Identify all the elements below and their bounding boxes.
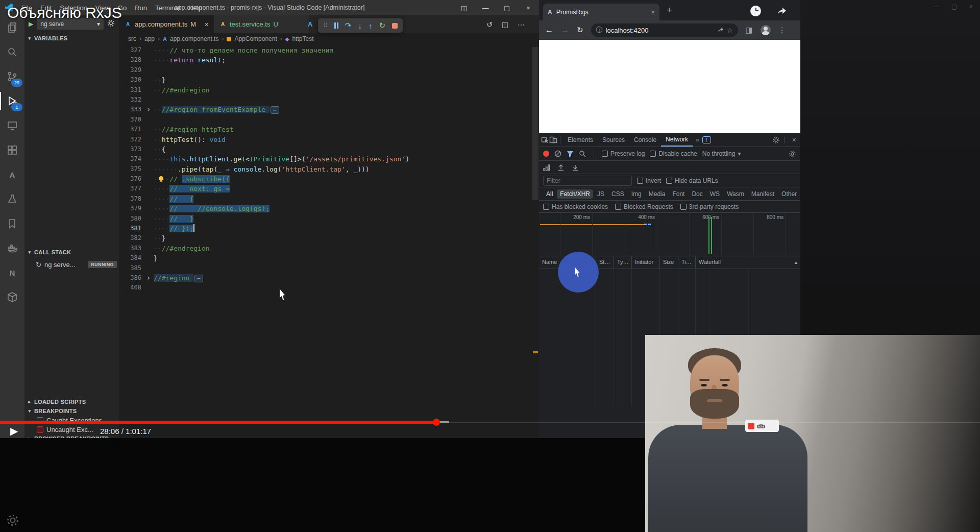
close-icon[interactable]: × [969,3,973,10]
disable-cache-toggle[interactable]: Disable cache [650,150,697,157]
tab-console[interactable]: Console [629,133,661,147]
code-line[interactable]: 373··{ [119,144,531,154]
tab-elements[interactable]: Elements [563,133,598,147]
line-number[interactable]: 372 [119,135,143,144]
tab-network[interactable]: Network [661,133,693,147]
checkbox[interactable] [650,151,656,157]
breadcrumb-src[interactable]: src [128,35,136,42]
url-text[interactable]: localhost:4200 [606,27,714,34]
code-line[interactable]: 376····// .subscribe({ [119,174,531,184]
code-line[interactable]: 381····// }); [119,224,531,233]
line-number[interactable]: 331 [119,85,143,95]
code-line[interactable]: 375······.pipe(tap(_ ⇒ console.log('http… [119,164,531,174]
devtools-kebab-icon[interactable]: ⋮ [780,136,790,143]
code-line[interactable]: 378····// { [119,194,531,204]
checkbox[interactable] [602,151,608,157]
back-icon[interactable]: ← [545,26,553,35]
line-number[interactable]: 383 [119,244,143,253]
angular-icon[interactable]: A [0,162,24,187]
line-number[interactable]: 377 [119,184,143,194]
checkbox[interactable] [543,204,549,210]
package-icon[interactable] [0,285,24,309]
extensions-icon[interactable] [0,138,24,162]
menu-item-help[interactable]: Help [184,4,206,12]
step-over-icon[interactable]: ↷ [345,21,352,30]
code-line[interactable]: 328····return result; [119,55,531,65]
line-number[interactable]: 374 [119,154,143,164]
code-line[interactable]: 329 [119,65,531,75]
code-line[interactable]: 370 [119,115,531,125]
minimize-icon[interactable]: — [475,0,496,15]
code-line[interactable]: 382··} [119,233,531,243]
chip-font[interactable]: Font [669,189,688,199]
line-number[interactable]: 386 [119,273,143,283]
close-icon[interactable]: × [518,0,539,15]
line-number[interactable]: 380 [119,214,143,224]
record-icon[interactable] [543,151,549,157]
step-out-icon[interactable]: ↑ [369,21,373,30]
scroll-up-icon[interactable]: ▲ [794,260,798,265]
breadcrumb-file[interactable]: app.component.ts [170,35,218,42]
timeline-overview[interactable]: 200 ms400 ms600 ms800 ms [539,213,800,256]
settings-gear-icon[interactable] [772,136,780,144]
line-number[interactable]: 376 [119,174,143,184]
inspect-icon[interactable] [541,136,549,144]
split-editor-icon[interactable]: ◫ [502,20,508,29]
code-line[interactable]: 380····// } [119,214,531,224]
step-into-icon[interactable]: ↓ [358,21,362,30]
filter-funnel-icon[interactable] [567,151,574,157]
restart-icon[interactable]: ↻ [379,21,385,30]
line-number[interactable]: 371 [119,125,143,134]
breadcrumb-method[interactable]: httpTest [292,35,313,42]
code-line[interactable]: 385 [119,263,531,273]
more-tabs-icon[interactable]: » [693,136,702,143]
bookmark-icon[interactable] [0,211,24,236]
line-number[interactable]: 381 [119,224,143,233]
nx-console-icon[interactable]: N [0,260,24,285]
bookmark-star-icon[interactable]: ☆ [727,27,733,34]
code-line[interactable]: 377····// next: gs ⇒ [119,184,531,194]
browser-tab[interactable]: A PromisRxjs × [543,4,659,20]
checkbox[interactable] [615,204,621,210]
fold-chevron-icon[interactable]: › [143,105,154,114]
chip-css[interactable]: CSS [608,189,627,199]
column-waterfall[interactable]: Waterfall [695,256,800,269]
breadcrumb-app[interactable]: app [144,35,155,42]
menu-kebab-icon[interactable]: ⋮ [778,26,786,35]
device-toolbar-icon[interactable] [549,136,557,144]
breakpoints-section[interactable]: ▾ BREAKPOINTS [24,406,119,416]
issues-icon[interactable]: 1 [702,136,711,143]
line-number[interactable]: 327 [119,45,143,55]
line-number[interactable]: 408 [119,283,143,293]
layout-icon[interactable]: ◫ [453,0,475,15]
export-har-icon[interactable] [572,164,579,171]
checkbox[interactable] [666,178,672,184]
line-number[interactable]: 332 [119,95,143,105]
callstack-item[interactable]: ↻ ng serve... RUNNING [24,259,117,270]
reload-icon[interactable]: ↻ [577,26,583,35]
chip-other[interactable]: Other [778,189,800,199]
chip-media[interactable]: Media [646,189,669,199]
callstack-section[interactable]: ▾ CALL STACK [24,248,119,257]
blocked-cookies-toggle[interactable]: Has blocked cookies [543,203,608,210]
drag-handle-icon[interactable]: ⠿ [323,22,328,29]
invert-toggle[interactable]: Invert [637,177,661,184]
history-icon[interactable]: ↺ [486,20,493,29]
code-line[interactable]: 333›··//#region fromEventExample ⋯ [119,105,531,114]
source-control-icon[interactable]: 29 [0,64,24,89]
lightbulb-icon[interactable] [159,176,163,181]
code-line[interactable]: 386›//#region ⋯ [119,273,531,283]
blocked-requests-toggle[interactable]: Blocked Requests [615,203,673,210]
minimize-icon[interactable]: — [933,3,939,10]
pause-icon[interactable] [334,22,338,29]
maximize-icon[interactable]: ▢ [951,3,957,10]
code-line[interactable]: 374····this.httpClient.get<IPrimitive[]>… [119,154,531,164]
hide-data-urls-toggle[interactable]: Hide data URLs [666,177,718,184]
line-number[interactable]: 333 [119,105,143,114]
line-number[interactable]: 328 [119,55,143,65]
close-icon[interactable]: × [205,20,209,29]
chip-wasm[interactable]: Wasm [724,189,747,199]
tab-sources[interactable]: Sources [598,133,629,147]
chip-js[interactable]: JS [594,189,607,199]
forward-icon[interactable]: → [561,26,569,35]
